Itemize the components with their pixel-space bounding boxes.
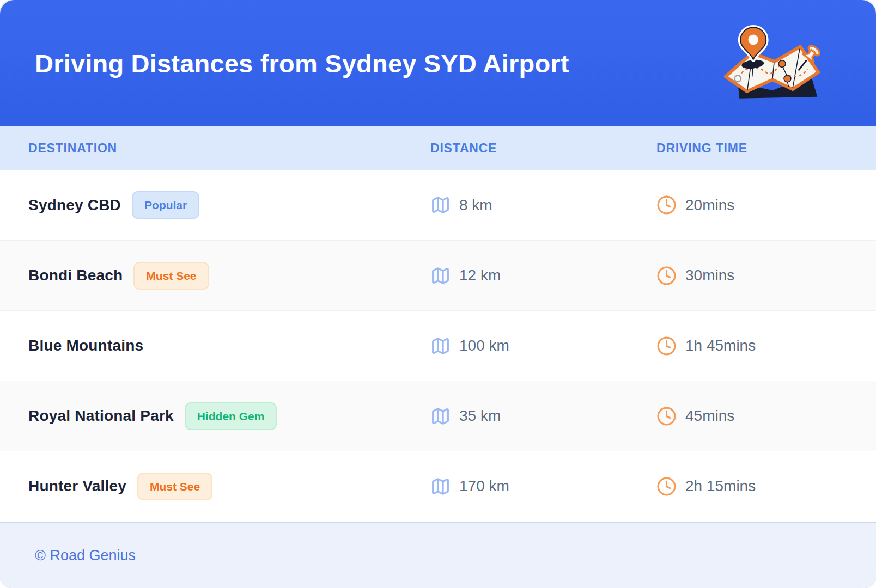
page-title: Driving Distances from Sydney SYD Airpor… — [35, 48, 569, 78]
table-body: Sydney CBD Popular 8 km 20mins Bondi Bea… — [0, 170, 876, 522]
driving-time-value: 20mins — [685, 197, 734, 214]
clock-icon — [656, 406, 677, 426]
destination-name: Hunter Valley — [28, 477, 126, 495]
footer-credit: © Road Genius — [35, 547, 136, 564]
distance-cell: 170 km — [430, 476, 656, 497]
column-header-distance: DISTANCE — [430, 141, 656, 156]
driving-time-cell: 45mins — [656, 406, 848, 426]
destination-badge: Must See — [133, 262, 209, 290]
distance-cell: 100 km — [430, 336, 656, 356]
destination-cell: Hunter Valley Must See — [28, 473, 430, 500]
driving-time-value: 30mins — [685, 267, 734, 284]
destination-badge: Must See — [137, 473, 212, 500]
map-icon — [430, 476, 451, 497]
table-row: Blue Mountains 100 km 1h 45mins — [0, 310, 876, 381]
driving-time-cell: 2h 15mins — [656, 476, 848, 497]
destination-name: Royal National Park — [28, 407, 174, 425]
distance-cell: 35 km — [430, 406, 656, 426]
card-header: Driving Distances from Sydney SYD Airpor… — [0, 0, 876, 126]
distance-cell: 12 km — [430, 266, 656, 286]
driving-time-value: 2h 15mins — [685, 477, 756, 495]
table-row: Bondi Beach Must See 12 km 30mins — [0, 240, 876, 310]
driving-time-value: 1h 45mins — [685, 337, 756, 354]
map-icon — [430, 195, 451, 215]
driving-time-cell: 20mins — [656, 195, 848, 215]
destination-name: Blue Mountains — [28, 337, 143, 354]
driving-time-cell: 1h 45mins — [656, 336, 848, 356]
clock-icon — [656, 336, 677, 356]
distance-value: 8 km — [459, 197, 492, 214]
destination-cell: Bondi Beach Must See — [28, 262, 430, 290]
destination-badge: Hidden Gem — [185, 402, 277, 430]
distance-value: 12 km — [459, 267, 501, 284]
destination-name: Bondi Beach — [28, 267, 123, 284]
destination-cell: Blue Mountains — [28, 337, 430, 354]
card-footer: © Road Genius — [0, 522, 876, 588]
column-header-driving-time: DRIVING TIME — [656, 141, 848, 156]
map-illustration-icon — [719, 20, 826, 106]
table-row: Hunter Valley Must See 170 km 2h 15mins — [0, 451, 876, 521]
distance-value: 100 km — [459, 337, 509, 354]
destination-badge: Popular — [132, 191, 199, 219]
clock-icon — [656, 476, 677, 497]
destination-cell: Royal National Park Hidden Gem — [28, 402, 430, 430]
map-icon — [430, 336, 451, 356]
destination-name: Sydney CBD — [28, 197, 121, 214]
distance-value: 170 km — [459, 477, 509, 495]
driving-time-cell: 30mins — [656, 266, 848, 286]
column-header-destination: DESTINATION — [28, 141, 430, 156]
map-icon — [430, 266, 451, 286]
destination-cell: Sydney CBD Popular — [28, 191, 430, 219]
driving-distances-card: Driving Distances from Sydney SYD Airpor… — [0, 0, 876, 588]
clock-icon — [656, 266, 677, 286]
distance-value: 35 km — [459, 407, 501, 425]
table-row: Royal National Park Hidden Gem 35 km 45m… — [0, 381, 876, 451]
table-header-row: DESTINATION DISTANCE DRIVING TIME — [0, 126, 876, 170]
table-row: Sydney CBD Popular 8 km 20mins — [0, 170, 876, 240]
driving-time-value: 45mins — [685, 407, 734, 425]
distance-cell: 8 km — [430, 195, 656, 215]
clock-icon — [656, 195, 677, 215]
map-icon — [430, 406, 451, 426]
